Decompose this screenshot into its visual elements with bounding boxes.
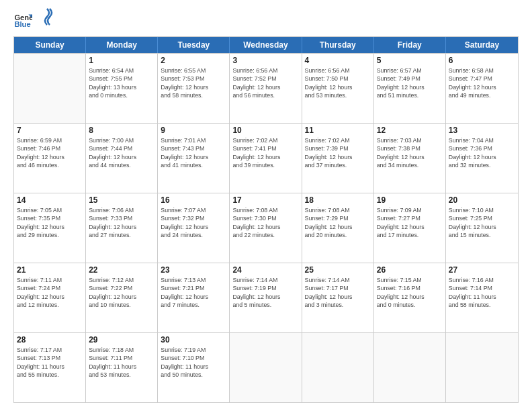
- day-info: Sunrise: 6:59 AM Sunset: 7:46 PM Dayligh…: [17, 136, 83, 169]
- day-info: Sunrise: 7:09 AM Sunset: 7:27 PM Dayligh…: [377, 206, 443, 239]
- calendar-day-9: 9Sunrise: 7:01 AM Sunset: 7:43 PM Daylig…: [158, 124, 230, 193]
- day-info: Sunrise: 7:12 AM Sunset: 7:22 PM Dayligh…: [89, 276, 154, 309]
- calendar-day-27: 27Sunrise: 7:16 AM Sunset: 7:14 PM Dayli…: [446, 263, 518, 332]
- day-number: 25: [305, 265, 371, 275]
- calendar-row-3: 14Sunrise: 7:05 AM Sunset: 7:35 PM Dayli…: [14, 193, 518, 263]
- day-number: 16: [161, 195, 226, 205]
- day-info: Sunrise: 6:58 AM Sunset: 7:47 PM Dayligh…: [449, 66, 515, 99]
- day-number: 8: [89, 126, 154, 135]
- calendar-empty-cell: [374, 333, 446, 402]
- calendar-day-6: 6Sunrise: 6:58 AM Sunset: 7:47 PM Daylig…: [446, 54, 518, 123]
- calendar-row-1: 1Sunrise: 6:54 AM Sunset: 7:55 PM Daylig…: [14, 53, 518, 123]
- weekday-header-tuesday: Tuesday: [158, 37, 230, 53]
- day-info: Sunrise: 7:15 AM Sunset: 7:16 PM Dayligh…: [377, 276, 443, 309]
- day-info: Sunrise: 6:57 AM Sunset: 7:49 PM Dayligh…: [377, 66, 443, 99]
- day-info: Sunrise: 7:07 AM Sunset: 7:32 PM Dayligh…: [161, 206, 226, 239]
- calendar-day-26: 26Sunrise: 7:15 AM Sunset: 7:16 PM Dayli…: [374, 263, 446, 332]
- calendar-empty-cell: [14, 54, 86, 123]
- calendar-day-22: 22Sunrise: 7:12 AM Sunset: 7:22 PM Dayli…: [86, 263, 158, 332]
- day-number: 3: [232, 56, 298, 65]
- day-number: 2: [161, 56, 226, 65]
- day-number: 29: [89, 335, 154, 345]
- day-info: Sunrise: 7:11 AM Sunset: 7:24 PM Dayligh…: [17, 276, 83, 309]
- day-info: Sunrise: 7:08 AM Sunset: 7:29 PM Dayligh…: [305, 206, 371, 239]
- weekday-header-wednesday: Wednesday: [230, 37, 302, 53]
- calendar-row-5: 28Sunrise: 7:17 AM Sunset: 7:13 PM Dayli…: [14, 332, 518, 402]
- day-info: Sunrise: 7:19 AM Sunset: 7:10 PM Dayligh…: [161, 346, 226, 379]
- logo-wave-icon: [40, 7, 54, 28]
- calendar-day-14: 14Sunrise: 7:05 AM Sunset: 7:35 PM Dayli…: [14, 193, 86, 263]
- calendar-day-8: 8Sunrise: 7:00 AM Sunset: 7:44 PM Daylig…: [86, 124, 158, 193]
- calendar-day-5: 5Sunrise: 6:57 AM Sunset: 7:49 PM Daylig…: [374, 54, 446, 123]
- logo: General Blue: [13, 11, 54, 30]
- day-number: 7: [17, 126, 83, 135]
- day-number: 17: [232, 195, 298, 205]
- page-header: General Blue: [13, 11, 519, 30]
- day-number: 30: [161, 335, 226, 345]
- calendar-day-21: 21Sunrise: 7:11 AM Sunset: 7:24 PM Dayli…: [14, 263, 86, 332]
- calendar-day-24: 24Sunrise: 7:14 AM Sunset: 7:19 PM Dayli…: [230, 263, 302, 332]
- calendar-day-17: 17Sunrise: 7:08 AM Sunset: 7:30 PM Dayli…: [230, 193, 302, 263]
- day-info: Sunrise: 7:13 AM Sunset: 7:21 PM Dayligh…: [161, 276, 226, 309]
- day-number: 11: [305, 126, 371, 135]
- weekday-header-thursday: Thursday: [302, 37, 374, 53]
- day-number: 1: [89, 56, 154, 65]
- day-info: Sunrise: 7:08 AM Sunset: 7:30 PM Dayligh…: [232, 206, 298, 239]
- calendar-day-4: 4Sunrise: 6:56 AM Sunset: 7:50 PM Daylig…: [302, 54, 374, 123]
- calendar-day-25: 25Sunrise: 7:14 AM Sunset: 7:17 PM Dayli…: [302, 263, 374, 332]
- day-info: Sunrise: 6:56 AM Sunset: 7:52 PM Dayligh…: [232, 66, 298, 99]
- calendar-day-7: 7Sunrise: 6:59 AM Sunset: 7:46 PM Daylig…: [14, 124, 86, 193]
- calendar-day-30: 30Sunrise: 7:19 AM Sunset: 7:10 PM Dayli…: [158, 333, 230, 402]
- day-number: 18: [305, 195, 371, 205]
- day-info: Sunrise: 7:14 AM Sunset: 7:17 PM Dayligh…: [305, 276, 371, 309]
- calendar-empty-cell: [446, 333, 518, 402]
- day-info: Sunrise: 7:05 AM Sunset: 7:35 PM Dayligh…: [17, 206, 83, 239]
- weekday-header-saturday: Saturday: [446, 37, 518, 53]
- day-info: Sunrise: 7:02 AM Sunset: 7:41 PM Dayligh…: [232, 136, 298, 169]
- day-number: 5: [377, 56, 443, 65]
- day-number: 23: [161, 265, 226, 275]
- calendar-day-29: 29Sunrise: 7:18 AM Sunset: 7:11 PM Dayli…: [86, 333, 158, 402]
- day-number: 14: [17, 195, 83, 205]
- weekday-header-sunday: Sunday: [14, 37, 86, 53]
- calendar-day-15: 15Sunrise: 7:06 AM Sunset: 7:33 PM Dayli…: [86, 193, 158, 263]
- day-number: 19: [377, 195, 443, 205]
- day-info: Sunrise: 7:01 AM Sunset: 7:43 PM Dayligh…: [161, 136, 226, 169]
- day-number: 24: [232, 265, 298, 275]
- calendar-empty-cell: [302, 333, 374, 402]
- day-info: Sunrise: 7:04 AM Sunset: 7:36 PM Dayligh…: [449, 136, 515, 169]
- calendar-day-2: 2Sunrise: 6:55 AM Sunset: 7:53 PM Daylig…: [158, 54, 230, 123]
- day-number: 22: [89, 265, 154, 275]
- day-number: 13: [449, 126, 515, 135]
- calendar-day-11: 11Sunrise: 7:02 AM Sunset: 7:39 PM Dayli…: [302, 124, 374, 193]
- day-number: 26: [377, 265, 443, 275]
- day-info: Sunrise: 6:54 AM Sunset: 7:55 PM Dayligh…: [89, 66, 154, 99]
- calendar-day-19: 19Sunrise: 7:09 AM Sunset: 7:27 PM Dayli…: [374, 193, 446, 263]
- calendar-body: 1Sunrise: 6:54 AM Sunset: 7:55 PM Daylig…: [14, 53, 518, 402]
- day-info: Sunrise: 7:06 AM Sunset: 7:33 PM Dayligh…: [89, 206, 154, 239]
- weekday-header-monday: Monday: [86, 37, 158, 53]
- day-info: Sunrise: 7:10 AM Sunset: 7:25 PM Dayligh…: [449, 206, 515, 239]
- day-info: Sunrise: 7:18 AM Sunset: 7:11 PM Dayligh…: [89, 346, 154, 379]
- day-number: 9: [161, 126, 226, 135]
- calendar-row-2: 7Sunrise: 6:59 AM Sunset: 7:46 PM Daylig…: [14, 123, 518, 193]
- day-info: Sunrise: 7:16 AM Sunset: 7:14 PM Dayligh…: [449, 276, 515, 309]
- day-info: Sunrise: 7:02 AM Sunset: 7:39 PM Dayligh…: [305, 136, 371, 169]
- weekday-header-friday: Friday: [374, 37, 446, 53]
- day-number: 4: [305, 56, 371, 65]
- calendar-empty-cell: [230, 333, 302, 402]
- calendar-day-23: 23Sunrise: 7:13 AM Sunset: 7:21 PM Dayli…: [158, 263, 230, 332]
- calendar-day-1: 1Sunrise: 6:54 AM Sunset: 7:55 PM Daylig…: [86, 54, 158, 123]
- day-info: Sunrise: 6:56 AM Sunset: 7:50 PM Dayligh…: [305, 66, 371, 99]
- day-number: 10: [232, 126, 298, 135]
- calendar: SundayMondayTuesdayWednesdayThursdayFrid…: [13, 36, 519, 403]
- calendar-day-20: 20Sunrise: 7:10 AM Sunset: 7:25 PM Dayli…: [446, 193, 518, 263]
- calendar-day-3: 3Sunrise: 6:56 AM Sunset: 7:52 PM Daylig…: [230, 54, 302, 123]
- day-number: 15: [89, 195, 154, 205]
- svg-text:Blue: Blue: [14, 20, 30, 28]
- calendar-day-16: 16Sunrise: 7:07 AM Sunset: 7:32 PM Dayli…: [158, 193, 230, 263]
- calendar-day-13: 13Sunrise: 7:04 AM Sunset: 7:36 PM Dayli…: [446, 124, 518, 193]
- day-number: 12: [377, 126, 443, 135]
- day-info: Sunrise: 7:03 AM Sunset: 7:38 PM Dayligh…: [377, 136, 443, 169]
- calendar-row-4: 21Sunrise: 7:11 AM Sunset: 7:24 PM Dayli…: [14, 263, 518, 332]
